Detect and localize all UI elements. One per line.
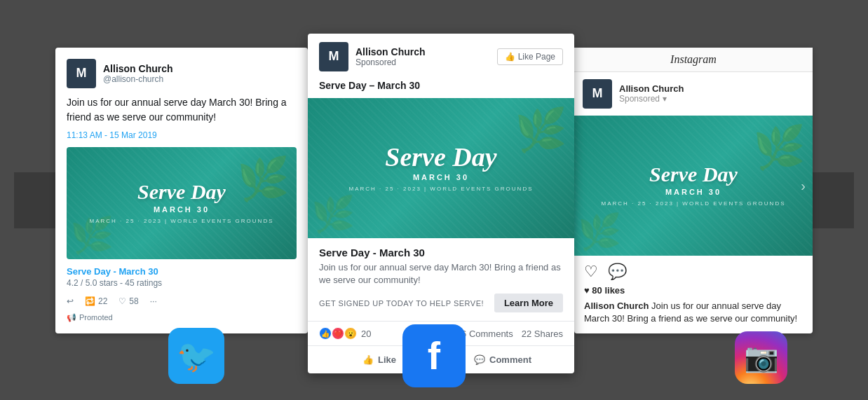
fb-comment-label: Comment	[489, 354, 531, 365]
like-page-label: Like Page	[518, 52, 555, 62]
promoted-icon: 📢	[67, 313, 76, 322]
twitter-account-name: Allison Church	[103, 63, 173, 74]
promoted-label: Promoted	[79, 313, 113, 322]
fb-event-details: MARCH · 25 · 2023 | WORLD EVENTS GROUNDS	[348, 186, 533, 192]
fb-sponsored-label: Sponsored	[355, 57, 490, 67]
twitter-card: M Allison Church @allison-church Join us…	[55, 48, 308, 333]
fb-ad-text: Join us for our annual serve day March 3…	[319, 261, 563, 287]
main-container: M Allison Church @allison-church Join us…	[14, 27, 854, 373]
twitter-promoted: 📢 Promoted	[67, 313, 297, 322]
twitter-serve-day-title: Serve Day	[137, 181, 226, 202]
facebook-social-icon: f	[402, 324, 466, 387]
ig-account-name: Allison Church	[619, 83, 804, 94]
ig-likes: ♥ 80 likes	[574, 285, 813, 300]
retweet-icon: 🔁	[85, 296, 95, 306]
twitter-like[interactable]: ♡ 58	[118, 296, 138, 306]
twitter-action-bar: ↩ 🔁 22 ♡ 58 ···	[67, 296, 297, 306]
fb-event-title-header: Serve Day – March 30	[308, 80, 574, 98]
ig-comment-icon[interactable]: 💬	[608, 263, 627, 281]
fb-march-30: MARCH 30	[413, 173, 469, 181]
fb-comment-icon: 💬	[474, 354, 485, 365]
twitter-event-link[interactable]: Serve Day - March 30	[67, 266, 297, 277]
fb-event-image: 🌿 🌿 Serve Day MARCH 30 MARCH · 25 · 2023…	[308, 98, 574, 238]
fb-account-name: Allison Church	[355, 46, 490, 57]
fb-shares-count: 22 Shares	[522, 329, 563, 339]
ig-caption-username: Allison Church	[584, 301, 649, 311]
twitter-rating: 4.2 / 5.0 stars - 45 ratings	[67, 278, 297, 288]
fb-cta-text: GET SIGNED UP TODAY TO HELP SERVE!	[319, 299, 484, 308]
fb-serve-day-title: Serve Day	[385, 144, 496, 170]
ig-chevron-down-icon[interactable]: ▾	[663, 94, 667, 104]
fb-ad-content: Serve Day - March 30 Join us for our ann…	[308, 238, 574, 322]
facebook-f-icon: f	[428, 333, 440, 378]
ig-serve-day-title: Serve Day	[649, 164, 738, 185]
ig-sponsored-label: Sponsored	[619, 94, 660, 104]
fb-learn-more-button[interactable]: Learn More	[494, 294, 563, 312]
ig-account-info: Allison Church Sponsored ▾	[619, 83, 804, 104]
fb-account-info: Allison Church Sponsored	[355, 46, 490, 67]
ig-leaf-left: 🌿	[578, 212, 621, 252]
love-reaction: ❤️	[332, 327, 344, 340]
heart-icon: ♡	[118, 296, 126, 306]
ig-action-bar: ♡ 💬	[574, 256, 813, 285]
fb-like-icon: 👍	[362, 354, 374, 365]
twitter-header: M Allison Church @allison-church	[67, 59, 297, 88]
fb-like-page-button[interactable]: 👍 Like Page	[497, 48, 563, 65]
fb-avatar: M	[319, 42, 348, 71]
twitter-event-image: 🌿 🌿 Serve Day MARCH 30 MARCH · 25 · 2023…	[67, 147, 297, 259]
twitter-handle: @allison-church	[103, 74, 173, 84]
reply-icon: ↩	[67, 296, 74, 306]
twitter-more[interactable]: ···	[150, 296, 157, 306]
like-reaction: 👍	[319, 327, 332, 340]
twitter-bird-icon: 🐦	[177, 338, 216, 375]
ig-header: M Allison Church Sponsored ▾	[574, 72, 813, 116]
twitter-retweet[interactable]: 🔁 22	[85, 296, 107, 306]
fb-reaction-icons: 👍 ❤️ 😮	[319, 327, 357, 340]
more-icon: ···	[150, 296, 157, 306]
fb-cta-row: GET SIGNED UP TODAY TO HELP SERVE! Learn…	[319, 294, 563, 312]
leaf-decoration-right: 🌿	[237, 154, 290, 204]
fb-like-label: Like	[378, 354, 396, 365]
fb-engagement-counts: 36 Comments 22 Shares	[456, 329, 563, 339]
twitter-march-30: MARCH 30	[154, 205, 210, 214]
ig-march-30: MARCH 30	[665, 188, 721, 196]
reaction-count: 20	[361, 329, 371, 339]
retweet-count: 22	[98, 296, 107, 306]
twitter-avatar: M	[67, 59, 96, 88]
ig-avatar: M	[583, 79, 612, 109]
fb-leaf-left: 🌿	[311, 194, 355, 235]
instagram-camera-icon: 📷	[744, 341, 779, 374]
twitter-account-info: Allison Church @allison-church	[103, 63, 173, 84]
twitter-reply[interactable]: ↩	[67, 296, 74, 306]
ig-sponsored: Sponsored ▾	[619, 94, 804, 104]
instagram-social-icon: 📷	[735, 331, 787, 384]
ig-event-image: 🌿 🌿 Serve Day MARCH 30 MARCH · 25 · 2023…	[574, 116, 813, 256]
wow-reaction: 😮	[344, 327, 357, 340]
thumbs-up-icon: 👍	[505, 52, 515, 62]
twitter-social-icon: 🐦	[168, 328, 224, 384]
tweet-text: Join us for our annual serve day March 3…	[67, 95, 297, 125]
fb-leaf-right: 🌿	[515, 105, 567, 155]
fb-ad-title: Serve Day - March 30	[319, 247, 563, 258]
tweet-timestamp: 11:13 AM - 15 Mar 2019	[67, 130, 297, 140]
fb-header: M Allison Church Sponsored 👍 Like Page	[308, 34, 574, 80]
ig-top-bar: Instagram	[574, 48, 813, 72]
twitter-event-details: MARCH · 25 · 2023 | WORLD EVENTS GROUNDS	[89, 218, 273, 224]
fb-reaction-left: 👍 ❤️ 😮 20	[319, 327, 371, 340]
ig-heart-icon[interactable]: ♡	[584, 263, 598, 281]
like-count: 58	[129, 296, 138, 306]
instagram-card: Instagram M Allison Church Sponsored ▾ 🌿…	[574, 48, 813, 333]
ig-event-details: MARCH · 25 · 2023 | WORLD EVENTS GROUNDS	[601, 200, 785, 207]
ig-caption: Allison Church Join us for our annual se…	[574, 300, 813, 333]
ig-next-arrow[interactable]: ›	[801, 177, 806, 193]
ig-leaf-right: 🌿	[753, 123, 806, 172]
facebook-card: M Allison Church Sponsored 👍 Like Page S…	[308, 34, 574, 373]
